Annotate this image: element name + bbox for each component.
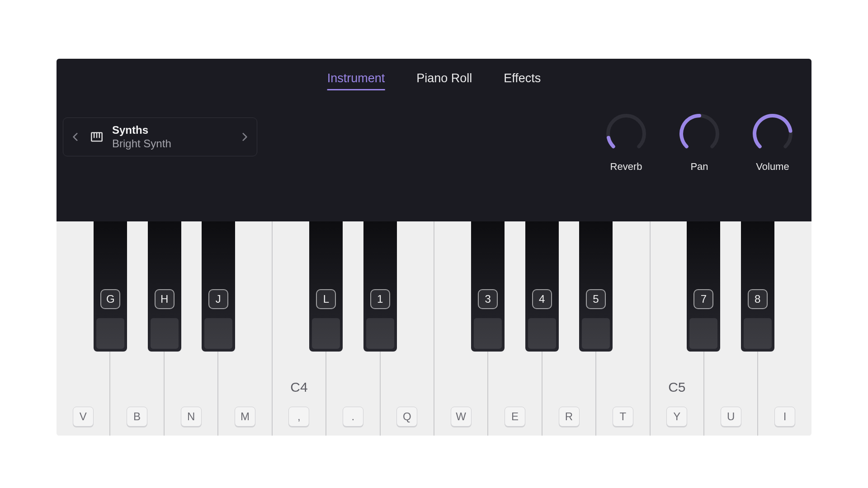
knob-volume: Volume [752, 113, 793, 173]
note-label: C5 [668, 380, 685, 395]
keycap-label: M [235, 407, 255, 427]
keycap-label: Q [396, 407, 417, 427]
black-key-lip [474, 318, 502, 349]
keycap-label: Y [666, 407, 687, 427]
black-key-lip [744, 318, 772, 349]
instrument-name: Bright Synth [112, 137, 239, 150]
keycap-label: 5 [586, 289, 606, 309]
tab-effects[interactable]: Effects [504, 71, 541, 90]
keycap-label: , [288, 407, 309, 427]
synth-preset-icon [90, 131, 103, 143]
note-label: C4 [290, 380, 307, 395]
keycap-label: 1 [370, 289, 390, 309]
keycap-label: J [208, 289, 228, 309]
keycap-label: 3 [478, 289, 498, 309]
keycap-label: H [155, 289, 175, 309]
keycap-label: E [505, 407, 525, 427]
instrument-picker-text: Synths Bright Synth [112, 123, 239, 150]
black-key[interactable]: L [309, 221, 343, 352]
knob-reverb: Reverb [605, 113, 647, 173]
volume-knob[interactable] [752, 113, 793, 155]
keycap-label: T [613, 407, 633, 427]
chevron-left-icon[interactable] [70, 131, 81, 143]
black-key-lip [528, 318, 556, 349]
black-key[interactable]: 7 [687, 221, 720, 352]
black-key-lip [96, 318, 124, 349]
black-key-lip [204, 318, 232, 349]
knob-pan: Pan [679, 113, 720, 173]
reverb-knob[interactable] [605, 113, 647, 155]
black-key-lip [366, 318, 394, 349]
keycap-label: R [559, 407, 580, 427]
black-key-lip [312, 318, 340, 349]
keycap-label: 7 [693, 289, 713, 309]
keycap-label: V [73, 407, 94, 427]
black-key[interactable]: 4 [525, 221, 559, 352]
black-key[interactable]: H [148, 221, 181, 352]
chevron-right-icon[interactable] [239, 131, 250, 143]
header-panel: InstrumentPiano RollEffects Synths Brigh… [57, 59, 811, 221]
synth-app: InstrumentPiano RollEffects Synths Brigh… [57, 59, 811, 436]
instrument-category: Synths [112, 123, 239, 137]
keycap-label: 8 [748, 289, 768, 309]
black-key-lip [689, 318, 717, 349]
keycap-label: 4 [532, 289, 552, 309]
keycap-label: I [774, 407, 795, 427]
keycap-label: W [451, 407, 472, 427]
tabs: InstrumentPiano RollEffects [327, 71, 541, 90]
black-key[interactable]: 1 [363, 221, 397, 352]
pan-knob[interactable] [679, 113, 720, 155]
knob-label: Volume [756, 161, 789, 173]
knob-label: Reverb [610, 161, 642, 173]
black-key[interactable]: 5 [579, 221, 613, 352]
black-key[interactable]: 3 [471, 221, 505, 352]
black-key[interactable]: 8 [741, 221, 774, 352]
black-key-lip [151, 318, 179, 349]
knob-row: ReverbPanVolume [605, 113, 793, 173]
piano-keyboard: VBNMC4,.QWERTC5YUI GHJL134578 [57, 221, 811, 436]
keycap-label: B [127, 407, 147, 427]
black-key[interactable]: J [202, 221, 235, 352]
tab-piano-roll[interactable]: Piano Roll [416, 71, 472, 90]
keycap-label: G [100, 289, 120, 309]
keycap-label: U [721, 407, 741, 427]
knob-label: Pan [690, 161, 708, 173]
keycap-label: L [316, 289, 336, 309]
black-key-lip [582, 318, 610, 349]
keycap-label: . [343, 407, 363, 427]
keycap-label: N [181, 407, 202, 427]
tab-instrument[interactable]: Instrument [327, 71, 385, 90]
black-key[interactable]: G [94, 221, 127, 352]
instrument-picker[interactable]: Synths Bright Synth [63, 117, 257, 156]
